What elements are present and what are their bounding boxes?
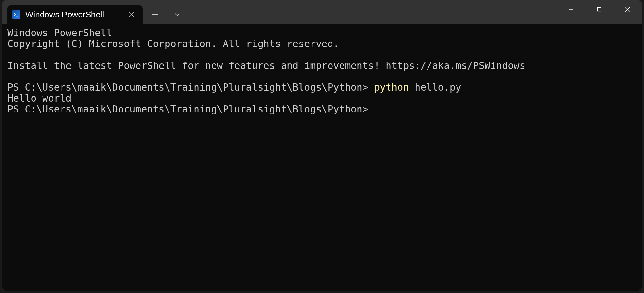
svg-rect-2 (598, 8, 601, 11)
tab-title: Windows PowerShell (25, 10, 121, 20)
terminal-output[interactable]: Windows PowerShell Copyright (C) Microso… (2, 24, 642, 291)
prompt-2: PS C:\Users\maaik\Documents\Training\Plu… (7, 103, 368, 115)
close-window-button[interactable] (613, 0, 642, 18)
powershell-icon (12, 10, 20, 19)
output-line: Hello world (7, 93, 72, 104)
maximize-button[interactable] (585, 0, 613, 18)
install-message: Install the latest PowerShell for new fe… (7, 60, 525, 71)
prompt-1: PS C:\Users\maaik\Documents\Training\Plu… (7, 82, 374, 93)
new-tab-button[interactable] (145, 5, 165, 24)
minimize-button[interactable] (557, 0, 585, 18)
header-line-1: Windows PowerShell (7, 27, 112, 38)
close-tab-button[interactable] (126, 9, 137, 20)
tab-dropdown-button[interactable] (168, 5, 187, 24)
command-argument: hello.py (409, 82, 461, 93)
header-line-2: Copyright (C) Microsoft Corporation. All… (7, 38, 339, 49)
command-executable: python (374, 82, 409, 93)
tab-actions (145, 5, 187, 24)
window-controls (557, 0, 642, 18)
terminal-tab[interactable]: Windows PowerShell (7, 5, 143, 24)
terminal-window: Windows PowerShell Win (2, 0, 642, 291)
divider (166, 9, 166, 20)
titlebar: Windows PowerShell (2, 0, 642, 24)
